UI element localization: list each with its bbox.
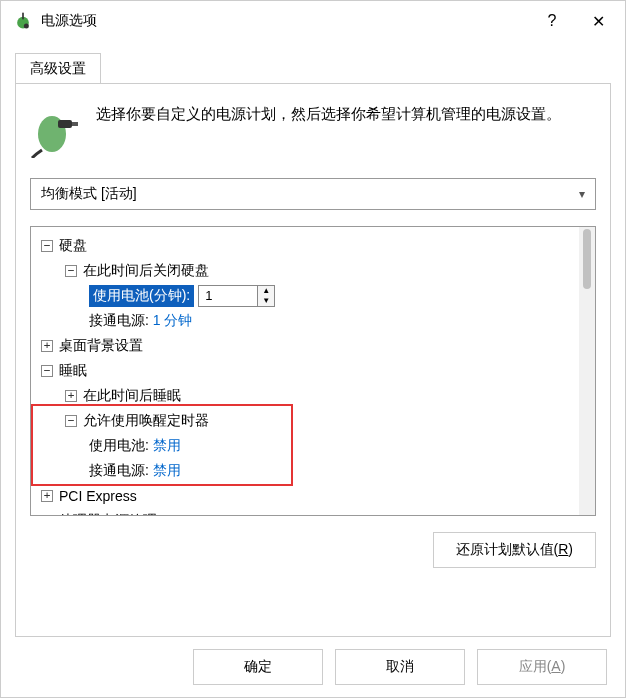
intro-row: 选择你要自定义的电源计划，然后选择你希望计算机管理的电源设置。 [30, 102, 596, 158]
svg-rect-5 [72, 122, 78, 126]
minutes-input[interactable] [199, 286, 257, 306]
dialog-footer: 确定 取消 应用(A) [1, 637, 625, 697]
intro-text: 选择你要自定义的电源计划，然后选择你希望计算机管理的电源设置。 [96, 102, 561, 126]
scroll-thumb[interactable] [583, 229, 591, 289]
settings-tree[interactable]: −硬盘 −在此时间后关闭硬盘 使用电池(分钟): ▲ ▼ [31, 227, 579, 515]
dialog-body: 高级设置 选择你要自定义的电源计划，然后选择你希望计算机管理的电源设置。 均衡模… [1, 41, 625, 637]
collapse-icon[interactable]: − [41, 365, 53, 377]
collapse-icon[interactable]: − [65, 415, 77, 427]
tree-item-hard-disk[interactable]: −硬盘 [35, 233, 575, 258]
minutes-spinner[interactable]: ▲ ▼ [198, 285, 275, 307]
expand-icon[interactable]: + [65, 390, 77, 402]
tree-item-pci-express[interactable]: +PCI Express [35, 483, 575, 508]
collapse-icon[interactable]: − [65, 265, 77, 277]
tree-scrollbar[interactable] [579, 227, 595, 515]
settings-tree-wrap: −硬盘 −在此时间后关闭硬盘 使用电池(分钟): ▲ ▼ [30, 226, 596, 516]
selected-setting-label: 使用电池(分钟): [89, 285, 194, 307]
spinner-down-icon[interactable]: ▼ [258, 296, 274, 306]
tree-item-wake-plugged[interactable]: 接通电源: 禁用 [35, 458, 575, 483]
power-plug-icon [30, 102, 78, 158]
tree-item-desktop-bg[interactable]: +桌面背景设置 [35, 333, 575, 358]
tree-item-disk-plugged[interactable]: 接通电源: 1 分钟 [35, 308, 575, 333]
tab-panel: 选择你要自定义的电源计划，然后选择你希望计算机管理的电源设置。 均衡模式 [活动… [15, 83, 611, 637]
plan-select-value: 均衡模式 [活动] [41, 185, 579, 203]
tree-item-wake-battery[interactable]: 使用电池: 禁用 [35, 433, 575, 458]
power-icon [13, 11, 33, 31]
cancel-button[interactable]: 取消 [335, 649, 465, 685]
restore-defaults-button[interactable]: 还原计划默认值(R) [433, 532, 596, 568]
titlebar: 电源选项 ? ✕ [1, 1, 625, 41]
power-options-window: 电源选项 ? ✕ 高级设置 选择你要自定义的电源计划，然后选择你希望计算机管理的… [0, 0, 626, 698]
expand-icon[interactable]: + [41, 515, 53, 516]
power-plan-select[interactable]: 均衡模式 [活动] ▾ [30, 178, 596, 210]
help-button[interactable]: ? [529, 3, 575, 39]
spinner-up-icon[interactable]: ▲ [258, 286, 274, 296]
chevron-down-icon: ▾ [579, 187, 585, 201]
tree-item-cpu-power[interactable]: +处理器电源管理 [35, 508, 575, 515]
tree-item-disk-battery[interactable]: 使用电池(分钟): ▲ ▼ [35, 283, 575, 308]
tree-item-sleep-after[interactable]: +在此时间后睡眠 [35, 383, 575, 408]
tab-advanced[interactable]: 高级设置 [15, 53, 101, 84]
ok-button[interactable]: 确定 [193, 649, 323, 685]
close-button[interactable]: ✕ [575, 3, 621, 39]
svg-rect-4 [58, 120, 72, 128]
tab-strip: 高级设置 [15, 53, 611, 84]
tree-item-turn-off-disk[interactable]: −在此时间后关闭硬盘 [35, 258, 575, 283]
svg-point-2 [24, 24, 29, 29]
expand-icon[interactable]: + [41, 340, 53, 352]
tree-item-wake-timers[interactable]: −允许使用唤醒定时器 [35, 408, 575, 433]
apply-button[interactable]: 应用(A) [477, 649, 607, 685]
tree-item-sleep[interactable]: −睡眠 [35, 358, 575, 383]
collapse-icon[interactable]: − [41, 240, 53, 252]
expand-icon[interactable]: + [41, 490, 53, 502]
svg-rect-1 [22, 13, 24, 20]
window-title: 电源选项 [41, 12, 529, 30]
